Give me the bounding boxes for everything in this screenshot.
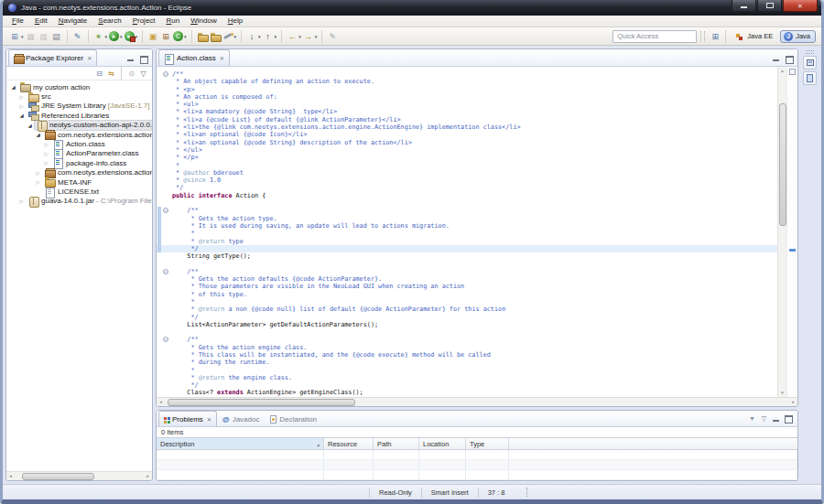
code-line[interactable]: * </ul>: [157, 146, 777, 154]
next-annotation-button[interactable]: ↓▾: [245, 30, 262, 43]
fast-view-grip[interactable]: [806, 50, 814, 54]
code-line[interactable]: − /**: [157, 336, 777, 343]
tree-item[interactable]: ◢my custom action: [6, 82, 152, 91]
tree-closed-arrow-icon[interactable]: ▷: [34, 168, 42, 177]
open-type-button[interactable]: [196, 30, 209, 43]
column-header-description[interactable]: Description▴: [157, 438, 324, 449]
menu-file[interactable]: File: [6, 16, 29, 27]
menu-search[interactable]: Search: [92, 16, 126, 27]
minimize-view-icon[interactable]: [125, 55, 136, 63]
code-line[interactable]: */: [157, 184, 777, 191]
code-line[interactable]: − /**: [157, 268, 777, 275]
menu-edit[interactable]: Edit: [29, 16, 53, 27]
code-line[interactable]: * of this type.: [157, 291, 777, 298]
code-line[interactable]: − /**: [157, 207, 777, 214]
perspective-java-button[interactable]: Java: [780, 30, 816, 43]
code-line[interactable]: * It is used during saving, an update wi…: [157, 222, 777, 230]
window-close-button[interactable]: ✕: [783, 0, 818, 12]
table-row[interactable]: [157, 450, 797, 460]
new-button[interactable]: ⊞▾: [8, 30, 25, 43]
code-line[interactable]: * <p>: [157, 86, 777, 93]
tab-problems[interactable]: Problems✕: [158, 411, 217, 426]
code-line[interactable]: * <li>an optional {@code Icon}</li>: [157, 131, 777, 138]
code-line[interactable]: * @author bderouet: [157, 169, 777, 177]
menu-run[interactable]: Run: [161, 16, 186, 27]
fold-collapse-icon[interactable]: −: [163, 269, 168, 274]
scroll-up-icon[interactable]: ▴: [778, 67, 786, 75]
cursor-position-marker[interactable]: [789, 249, 796, 252]
code-line[interactable]: −/**: [157, 70, 777, 78]
editor-vscroll-thumb[interactable]: [779, 103, 786, 226]
code-line[interactable]: * </p>: [157, 154, 777, 161]
open-perspective-button[interactable]: ⊞: [709, 30, 721, 43]
code-line[interactable]: * during the runtime.: [157, 359, 777, 366]
tree-closed-arrow-icon[interactable]: ▷: [17, 92, 26, 102]
annotate-button[interactable]: ✎: [71, 30, 84, 43]
scroll-right-icon[interactable]: ▸: [789, 398, 797, 406]
editor-hscroll-thumb[interactable]: [168, 399, 355, 406]
editor-tab-action-class[interactable]: Action.class ✕: [158, 49, 230, 66]
code-line[interactable]: * An action is composed of:: [157, 93, 777, 101]
code-line[interactable]: * @return a non {@code null} list of def…: [157, 306, 777, 313]
code-line[interactable]: Class<? extends ActionEngine> getEngineC…: [157, 389, 777, 396]
view-menu-button[interactable]: ▽: [137, 69, 149, 79]
previous-annotation-button[interactable]: ↑▾: [262, 30, 278, 43]
dropdown-arrow-icon[interactable]: ▾: [298, 34, 301, 39]
maximize-view-icon[interactable]: [138, 55, 148, 63]
forward-button[interactable]: →▾: [302, 30, 319, 43]
code-line[interactable]: *: [157, 367, 777, 374]
dropdown-arrow-icon[interactable]: ▾: [315, 34, 318, 39]
package-explorer-tab[interactable]: Package Explorer ✕: [8, 49, 97, 66]
new-java-package-button[interactable]: ⊞: [159, 30, 172, 43]
tree-item[interactable]: ▷guava-14.0.1.jar - C:\Program Files\: [6, 197, 152, 206]
restore-views-button[interactable]: [803, 56, 817, 70]
column-header-location[interactable]: Location: [419, 438, 466, 449]
minimize-editor-icon[interactable]: [771, 55, 781, 63]
code-line[interactable]: *: [157, 162, 777, 169]
code-line[interactable]: * <ul>: [157, 101, 777, 108]
code-line[interactable]: *: [157, 230, 777, 237]
quick-access-input[interactable]: [613, 30, 697, 43]
editor-hscrollbar[interactable]: ◂ ▸: [157, 397, 797, 406]
code-line[interactable]: * <li>the {@link com.neotys.extensions.a…: [157, 123, 777, 131]
column-header-path[interactable]: Path: [374, 438, 419, 449]
close-editor-tab-icon[interactable]: ✕: [220, 55, 224, 61]
code-line[interactable]: *: [157, 298, 777, 306]
table-row[interactable]: [157, 470, 797, 480]
dropdown-arrow-icon[interactable]: ▾: [234, 34, 237, 39]
scroll-left-icon[interactable]: ◂: [157, 398, 165, 406]
fold-collapse-icon[interactable]: −: [163, 71, 168, 77]
code-line[interactable]: [157, 260, 777, 267]
debug-button[interactable]: ✶▾: [92, 30, 109, 43]
dropdown-arrow-icon[interactable]: ▾: [105, 34, 108, 39]
code-line[interactable]: * Gets the action engine class.: [157, 344, 777, 351]
new-java-class-button[interactable]: C▾: [172, 30, 188, 42]
code-line[interactable]: * Gets the action defaults {@code Action…: [157, 275, 777, 283]
filter-button[interactable]: ▼: [746, 413, 758, 424]
code-line[interactable]: public interface Action {: [157, 192, 777, 199]
code-line[interactable]: * This class will be instantiated, and t…: [157, 351, 777, 359]
maximize-editor-icon[interactable]: [784, 55, 794, 63]
menu-help[interactable]: Help: [222, 16, 248, 27]
tree-closed-arrow-icon[interactable]: ▷: [17, 102, 26, 111]
run-button[interactable]: ▸▾: [108, 30, 124, 42]
maximize-view-button[interactable]: [782, 413, 794, 424]
tree-closed-arrow-icon[interactable]: ▷: [17, 197, 26, 206]
code-area[interactable]: −/** * An object capable of defining an …: [157, 67, 777, 397]
outline-view-button[interactable]: [803, 71, 817, 85]
code-line[interactable]: [157, 199, 777, 207]
current-code-line[interactable]: */: [157, 245, 777, 252]
close-view-icon[interactable]: ✕: [87, 55, 92, 61]
code-line[interactable]: * <li>a mandatory {@code String} type</l…: [157, 108, 777, 115]
collapse-all-button[interactable]: ⊟: [93, 69, 105, 79]
menu-window[interactable]: Window: [185, 16, 222, 27]
tree-open-arrow-icon[interactable]: ◢: [9, 82, 17, 91]
title-bar[interactable]: Java - com.neotys.extensions.action.Acti…: [3, 0, 821, 16]
run-external-tools-button[interactable]: ▸▾: [124, 30, 139, 42]
menu-project[interactable]: Project: [127, 16, 161, 27]
dropdown-arrow-icon[interactable]: ▾: [258, 34, 261, 39]
mark-occurrences-button[interactable]: ✎: [326, 30, 339, 43]
code-line[interactable]: * <li>a {@code List} of default {@link A…: [157, 116, 777, 123]
table-row[interactable]: [157, 460, 797, 470]
scroll-down-icon[interactable]: ▾: [778, 389, 786, 397]
